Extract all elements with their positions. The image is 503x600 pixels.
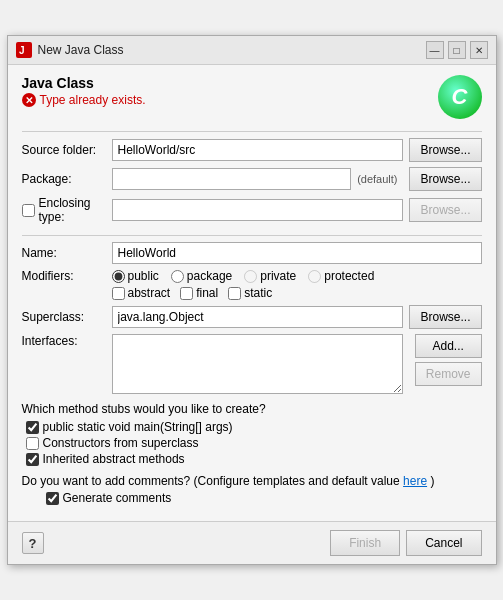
modifiers-radio-group: public package private protected [112,269,375,283]
enclosing-type-row: Enclosing type: Browse... [22,196,482,224]
title-bar: J New Java Class — □ ✕ [8,36,496,65]
title-bar-left: J New Java Class [16,42,124,58]
modifier-private-option[interactable]: private [244,269,296,283]
stub-constructors-checkbox[interactable] [26,437,39,450]
error-text: Type already exists. [40,93,146,107]
interfaces-row: Interfaces: Add... Remove [22,334,482,394]
header-left: Java Class ✕ Type already exists. [22,75,146,107]
eclipse-logo: C [438,75,482,119]
modifier-public-radio[interactable] [112,270,125,283]
modifier-static-checkbox[interactable] [228,287,241,300]
header-divider [22,131,482,132]
comments-section: Do you want to add comments? (Configure … [22,474,482,505]
error-row: ✕ Type already exists. [22,93,146,107]
error-icon: ✕ [22,93,36,107]
stubs-title: Which method stubs would you like to cre… [22,402,482,416]
source-folder-browse-button[interactable]: Browse... [409,138,481,162]
finish-button[interactable]: Finish [330,530,400,556]
stubs-section: Which method stubs would you like to cre… [22,402,482,468]
superclass-label: Superclass: [22,310,112,324]
enclosing-checkbox-label: Enclosing type: [22,196,112,224]
modifier-public-label: public [128,269,159,283]
package-default-tag: (default) [357,173,397,185]
java-icon: J [16,42,32,58]
name-row: Name: [22,242,482,264]
modifier-protected-option[interactable]: protected [308,269,374,283]
svg-text:J: J [19,45,25,56]
java-class-title: Java Class [22,75,146,91]
minimize-button[interactable]: — [426,41,444,59]
superclass-browse-button[interactable]: Browse... [409,305,481,329]
package-row: Package: (default) Browse... [22,167,482,191]
stub-constructors-option[interactable]: Constructors from superclass [26,436,482,450]
modifier-protected-label: protected [324,269,374,283]
modifier-package-label: package [187,269,232,283]
title-controls: — □ ✕ [426,41,488,59]
dialog-body: Java Class ✕ Type already exists. C Sour… [8,65,496,521]
source-folder-input[interactable] [112,139,404,161]
cancel-button[interactable]: Cancel [406,530,481,556]
enclosing-type-input[interactable] [112,199,404,221]
interfaces-label: Interfaces: [22,334,112,348]
modifiers-label: Modifiers: [22,269,112,283]
dialog-footer: ? Finish Cancel [8,521,496,564]
modifier-protected-radio[interactable] [308,270,321,283]
stub-main-checkbox[interactable] [26,421,39,434]
new-java-class-dialog: J New Java Class — □ ✕ Java Class ✕ Type… [7,35,497,565]
interfaces-textarea[interactable] [112,334,403,394]
footer-buttons: Finish Cancel [330,530,481,556]
interfaces-add-button[interactable]: Add... [415,334,482,358]
modifier-package-option[interactable]: package [171,269,232,283]
enclosing-type-checkbox[interactable] [22,204,35,217]
package-input[interactable] [112,168,352,190]
comments-question: Do you want to add comments? (Configure … [22,474,400,488]
modifier-static-option[interactable]: static [228,286,272,300]
superclass-row: Superclass: Browse... [22,305,482,329]
close-button[interactable]: ✕ [470,41,488,59]
comments-question-end: ) [430,474,434,488]
maximize-button[interactable]: □ [448,41,466,59]
stub-main-label: public static void main(String[] args) [43,420,233,434]
stub-inherited-label: Inherited abstract methods [43,452,185,466]
modifier-abstract-option[interactable]: abstract [112,286,171,300]
name-label: Name: [22,246,112,260]
stub-inherited-checkbox[interactable] [26,453,39,466]
modifier-static-label: static [244,286,272,300]
package-browse-button[interactable]: Browse... [409,167,481,191]
stub-constructors-label: Constructors from superclass [43,436,199,450]
enclosing-browse-button[interactable]: Browse... [409,198,481,222]
superclass-input[interactable] [112,306,404,328]
comments-title: Do you want to add comments? (Configure … [22,474,482,488]
source-folder-label: Source folder: [22,143,112,157]
stub-main-option[interactable]: public static void main(String[] args) [26,420,482,434]
modifier-public-option[interactable]: public [112,269,159,283]
modifier-private-label: private [260,269,296,283]
generate-comments-option[interactable]: Generate comments [46,491,482,505]
modifier-final-checkbox[interactable] [180,287,193,300]
modifiers-checkbox-group: abstract final static [112,286,482,300]
modifier-private-radio[interactable] [244,270,257,283]
help-button[interactable]: ? [22,532,44,554]
modifier-final-label: final [196,286,218,300]
generate-comments-checkbox[interactable] [46,492,59,505]
dialog-title: New Java Class [38,43,124,57]
modifier-package-radio[interactable] [171,270,184,283]
interfaces-buttons: Add... Remove [409,334,482,386]
modifier-abstract-checkbox[interactable] [112,287,125,300]
middle-divider [22,235,482,236]
source-folder-row: Source folder: Browse... [22,138,482,162]
header-section: Java Class ✕ Type already exists. C [22,75,482,119]
generate-comments-label: Generate comments [63,491,172,505]
modifier-final-option[interactable]: final [180,286,218,300]
name-input[interactable] [112,242,482,264]
enclosing-type-label: Enclosing type: [39,196,112,224]
stub-inherited-option[interactable]: Inherited abstract methods [26,452,482,466]
modifier-abstract-label: abstract [128,286,171,300]
comments-link[interactable]: here [403,474,427,488]
package-label: Package: [22,172,112,186]
modifiers-row: Modifiers: public package private protec… [22,269,482,283]
interfaces-remove-button[interactable]: Remove [415,362,482,386]
